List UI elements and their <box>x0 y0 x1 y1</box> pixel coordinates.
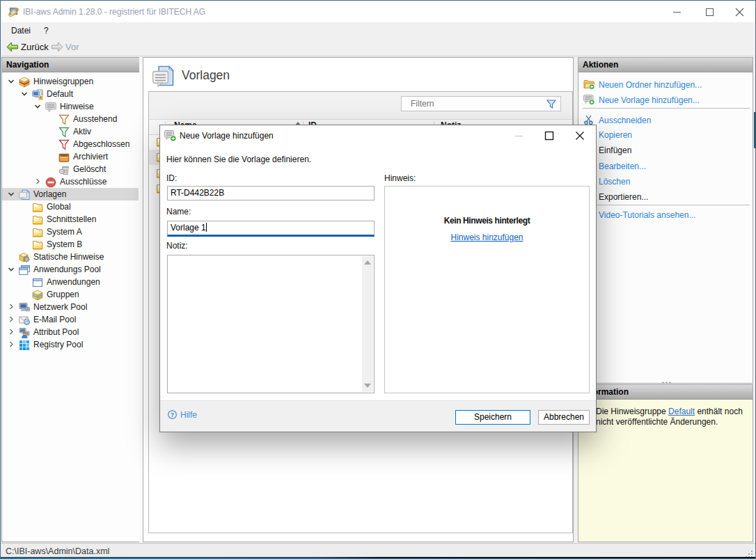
svg-text:@: @ <box>24 319 30 325</box>
svg-text:?: ? <box>171 412 174 418</box>
